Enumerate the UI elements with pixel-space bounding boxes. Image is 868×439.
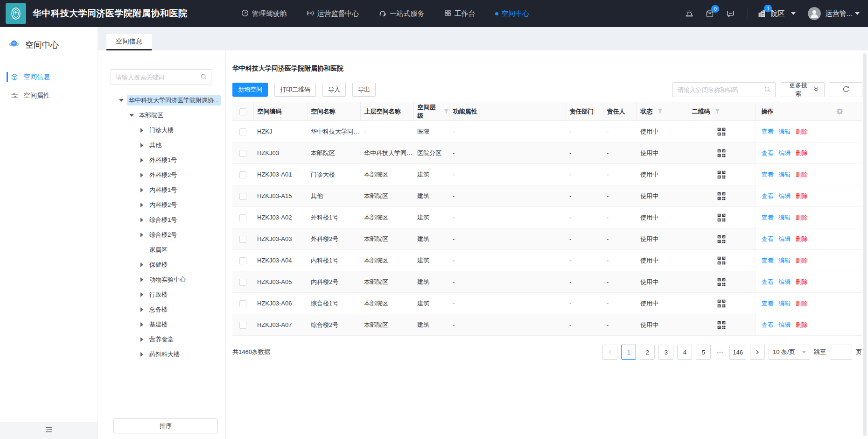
import-button[interactable]: 导入 — [322, 83, 346, 97]
select-all-checkbox[interactable] — [239, 108, 246, 115]
delete-link[interactable]: 删除 — [796, 192, 808, 199]
tree-node[interactable]: 综合楼1号 — [111, 212, 225, 227]
nav-item-space-center[interactable]: 空间中心 — [495, 9, 530, 18]
search-icon[interactable] — [200, 73, 207, 82]
row-checkbox[interactable] — [239, 193, 246, 200]
page-ellipsis[interactable]: ••• — [714, 349, 726, 355]
delete-link[interactable]: 删除 — [796, 128, 808, 135]
delete-link[interactable]: 删除 — [796, 149, 808, 156]
qr-code-icon[interactable] — [717, 320, 726, 330]
delete-link[interactable]: 删除 — [796, 300, 808, 307]
view-link[interactable]: 查看 — [762, 171, 774, 178]
tree-expand-arrow[interactable] — [139, 262, 145, 267]
tree-expand-arrow[interactable] — [139, 218, 145, 222]
tree-expand-arrow[interactable] — [139, 143, 145, 148]
add-space-button[interactable]: 新增空间 — [232, 83, 268, 97]
edit-link[interactable]: 编辑 — [778, 235, 791, 242]
row-checkbox[interactable] — [239, 171, 246, 178]
sidebar-item-space-info[interactable]: 空间信息 — [0, 68, 98, 86]
page-button-2[interactable]: 2 — [640, 345, 655, 360]
export-button[interactable]: 导出 — [352, 83, 376, 97]
vertical-scrollbar[interactable] — [863, 53, 867, 436]
print-qrcode-button[interactable]: 打印二维码 — [274, 83, 316, 97]
edit-link[interactable]: 编辑 — [778, 171, 791, 178]
next-page-button[interactable] — [750, 345, 765, 360]
edit-link[interactable]: 编辑 — [778, 149, 791, 156]
tree-node[interactable]: 综合楼2号 — [111, 227, 225, 242]
view-link[interactable]: 查看 — [762, 192, 774, 199]
filter-funnel-icon[interactable] — [658, 109, 663, 114]
nav-item-operation-center[interactable]: 运营监督中心 — [307, 9, 359, 18]
filter-funnel-icon[interactable] — [444, 109, 449, 114]
tree-node[interactable]: 外科楼1号 — [111, 153, 225, 168]
tab-space-info[interactable]: 空间信息 — [106, 34, 152, 50]
tree-expand-arrow[interactable] — [139, 188, 145, 192]
view-link[interactable]: 查看 — [762, 300, 774, 307]
refresh-button[interactable] — [830, 82, 862, 97]
qr-code-icon[interactable] — [717, 299, 726, 308]
edit-link[interactable]: 编辑 — [778, 214, 791, 221]
tree-expand-arrow[interactable] — [139, 203, 145, 207]
row-checkbox[interactable] — [239, 150, 246, 157]
tree-node[interactable]: 基建楼 — [111, 317, 225, 332]
page-button-3[interactable]: 3 — [658, 345, 673, 360]
tree-expand-arrow[interactable] — [139, 158, 145, 163]
delete-link[interactable]: 删除 — [796, 321, 808, 328]
tree-expand-arrow[interactable] — [139, 173, 145, 177]
edit-link[interactable]: 编辑 — [778, 128, 791, 135]
page-button-4[interactable]: 4 — [677, 345, 692, 360]
nav-item-workbench[interactable]: 工作台 — [444, 9, 476, 18]
view-link[interactable]: 查看 — [762, 257, 774, 264]
tree-node[interactable]: 其他 — [111, 138, 225, 153]
tree-node[interactable]: 动物实验中心 — [111, 272, 225, 287]
tree-node[interactable]: 本部院区 — [111, 108, 225, 123]
row-checkbox[interactable] — [239, 257, 246, 264]
campus-switcher[interactable]: 1 院区 — [757, 9, 796, 18]
view-link[interactable]: 查看 — [762, 321, 774, 328]
delete-link[interactable]: 删除 — [796, 214, 808, 221]
message-icon[interactable] — [726, 9, 735, 18]
qr-code-icon[interactable] — [717, 149, 726, 158]
view-link[interactable]: 查看 — [762, 278, 774, 285]
tree-expand-arrow[interactable] — [139, 337, 145, 342]
view-link[interactable]: 查看 — [762, 214, 774, 221]
prev-page-button[interactable] — [602, 345, 617, 360]
row-checkbox[interactable] — [239, 322, 246, 329]
tree-expand-arrow[interactable] — [139, 322, 145, 327]
tree-expand-arrow[interactable] — [118, 99, 125, 102]
view-link[interactable]: 查看 — [762, 128, 774, 135]
tree-node[interactable]: 药剂科大楼 — [111, 347, 225, 362]
delete-link[interactable]: 删除 — [796, 171, 808, 178]
user-menu[interactable]: 运营管... — [808, 7, 860, 20]
alarm-icon[interactable] — [685, 9, 693, 18]
todo-box-icon[interactable]: 0 — [706, 9, 714, 18]
page-button-1[interactable]: 1 — [621, 345, 636, 360]
tree-expand-arrow[interactable] — [139, 292, 145, 297]
qr-code-icon[interactable] — [717, 191, 726, 201]
tree-node[interactable]: 内科楼1号 — [111, 183, 225, 198]
filter-funnel-icon[interactable] — [715, 109, 720, 114]
edit-link[interactable]: 编辑 — [778, 300, 791, 307]
edit-link[interactable]: 编辑 — [778, 278, 791, 285]
jump-page-input[interactable] — [830, 345, 852, 360]
page-button-5[interactable]: 5 — [696, 345, 711, 360]
page-size-select[interactable]: 10 条/页 — [769, 345, 810, 360]
tree-node[interactable]: 华中科技大学同济医学院附属协... — [111, 93, 225, 108]
row-checkbox[interactable] — [239, 214, 246, 221]
tree-node[interactable]: 内科楼2号 — [111, 198, 225, 212]
tree-node[interactable]: 门诊大楼 — [111, 123, 225, 138]
tree-node[interactable]: 行政楼 — [111, 287, 225, 302]
space-search-input[interactable] — [672, 82, 776, 97]
search-icon[interactable] — [764, 86, 771, 95]
tree-node[interactable]: 外科楼2号 — [111, 168, 225, 183]
qr-code-icon[interactable] — [717, 213, 726, 222]
tree-expand-arrow[interactable] — [139, 307, 145, 312]
tree-expand-arrow[interactable] — [139, 128, 145, 133]
delete-link[interactable]: 删除 — [796, 278, 808, 285]
tree-node[interactable]: 营养食堂 — [111, 332, 225, 347]
tree-expand-arrow[interactable] — [139, 277, 145, 282]
view-link[interactable]: 查看 — [762, 149, 774, 156]
delete-link[interactable]: 删除 — [796, 235, 808, 242]
view-link[interactable]: 查看 — [762, 235, 774, 242]
tree-expand-arrow[interactable] — [139, 352, 145, 357]
